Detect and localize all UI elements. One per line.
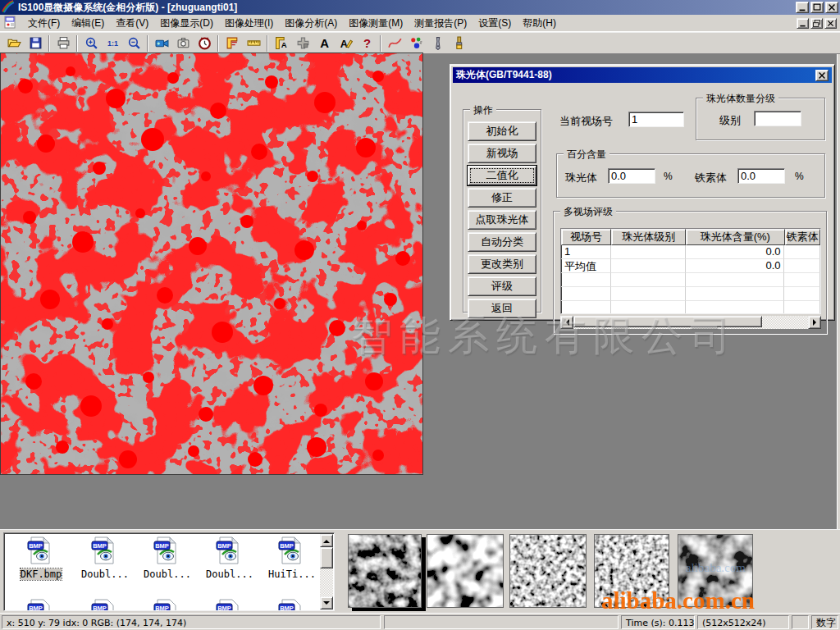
menu-file[interactable]: 文件(F) — [22, 15, 66, 32]
file-item[interactable]: BMP Doubl... — [199, 536, 260, 580]
table-row[interactable]: 平均值 0.0 — [561, 259, 820, 273]
menu-measure-report[interactable]: 测量报告(P) — [409, 15, 472, 32]
zoom-out-button[interactable] — [123, 34, 144, 53]
file-item-partial[interactable]: BMP — [11, 599, 71, 611]
scroll-down-icon[interactable] — [320, 596, 333, 609]
cell-extra — [784, 259, 820, 273]
file-item-partial[interactable]: BMP — [262, 599, 322, 611]
menu-view[interactable]: 查看(V) — [110, 15, 154, 32]
measure-label-button[interactable]: A — [271, 34, 292, 53]
ferrite-input[interactable] — [737, 168, 785, 184]
open-button[interactable] — [3, 34, 25, 53]
file-list[interactable]: BMP DKF.bmp BMP Doubl... BMP — [3, 532, 335, 611]
scroll-left-icon[interactable] — [560, 316, 573, 329]
video-capture-button[interactable] — [151, 34, 172, 53]
scroll-up-icon[interactable] — [320, 534, 333, 547]
text-edit-icon: A — [339, 36, 353, 50]
file-name[interactable]: Doubl... — [206, 568, 253, 580]
pearlite-dialog: 珠光体(GB/T9441-88) 操作 初始化 新视场 二值化 修正 点取珠光体… — [450, 64, 835, 321]
actual-size-button[interactable]: 1:1 — [102, 34, 123, 53]
text-tool-button[interactable]: A — [313, 34, 335, 53]
close-icon[interactable] — [825, 2, 838, 13]
file-item[interactable]: BMP Doubl... — [137, 536, 198, 580]
thumbnail-4[interactable] — [594, 534, 669, 608]
thumbnail-5[interactable] — [678, 534, 753, 607]
curve-tool-button[interactable] — [384, 34, 405, 53]
document-icon[interactable] — [3, 16, 17, 31]
mdi-restore-icon[interactable] — [810, 18, 823, 29]
help-button[interactable]: ? — [356, 34, 377, 53]
file-name[interactable]: Doubl... — [81, 568, 129, 580]
file-item[interactable]: BMP HuiTi... — [262, 536, 322, 580]
print-button[interactable] — [52, 34, 74, 53]
save-button[interactable] — [25, 34, 46, 53]
bmp-file-icon: BMP — [27, 536, 55, 564]
table-horizontal-scrollbar[interactable] — [560, 316, 821, 329]
caliper-measure-button[interactable] — [221, 34, 243, 53]
auto-classify-button[interactable]: 自动分类 — [468, 232, 536, 252]
thumbnail-3[interactable] — [509, 534, 587, 608]
toolbar-separator — [76, 35, 78, 52]
cell-field: 平均值 — [561, 259, 611, 273]
dialog-title-bar[interactable]: 珠光体(GB/T9441-88) — [453, 67, 832, 83]
grade-button[interactable]: 评级 — [468, 276, 536, 296]
zoom-in-button[interactable] — [80, 34, 102, 53]
current-field-input[interactable] — [628, 112, 684, 127]
file-item[interactable]: BMP DKF.bmp — [11, 536, 71, 580]
timer-button[interactable] — [194, 34, 215, 53]
time-status: Time (s): 0.113 — [621, 615, 695, 629]
dialog-close-icon[interactable] — [815, 70, 829, 81]
file-item-partial[interactable]: BMP — [199, 599, 260, 611]
file-list-scrollbar[interactable] — [320, 534, 333, 609]
count-tool-button[interactable] — [405, 34, 427, 53]
menu-image-measure[interactable]: 图像测量(M) — [343, 15, 409, 32]
scroll-track[interactable] — [573, 316, 808, 329]
pen-tool-button[interactable] — [427, 34, 448, 53]
cell-grade — [611, 259, 686, 273]
status-bar: x: 510 y: 79 idx: 0 RGB: (174, 174, 174)… — [0, 613, 840, 630]
scroll-thumb[interactable] — [320, 547, 333, 568]
merge-tool-button[interactable] — [292, 34, 313, 53]
maximize-icon[interactable] — [810, 2, 824, 13]
metallographic-image-canvas[interactable] — [0, 52, 423, 475]
grading-table[interactable]: 视场号 珠光体级别 珠光体含量(%) 铁素体 1 0.0 平均值 0.0 — [560, 228, 821, 314]
brush-tool-button[interactable] — [448, 34, 469, 53]
image-size-status: (512x512x24) — [697, 615, 789, 629]
level-input[interactable] — [754, 111, 801, 126]
thumbnail-1[interactable] — [348, 534, 422, 608]
annotate-tool-button[interactable]: A — [335, 34, 356, 53]
minimize-icon[interactable] — [796, 2, 809, 13]
menu-edit[interactable]: 编辑(E) — [66, 15, 110, 32]
file-item-partial[interactable]: BMP — [137, 599, 198, 611]
pearlite-input[interactable] — [608, 168, 655, 184]
pearlite-label: 珠光体 — [565, 171, 597, 185]
table-row[interactable]: 1 0.0 — [561, 245, 820, 259]
col-field: 视场号 — [561, 229, 611, 245]
binarize-button[interactable]: 二值化 — [468, 166, 536, 185]
scroll-right-icon[interactable] — [808, 316, 821, 329]
thumbnail-2[interactable] — [427, 534, 504, 608]
menu-settings[interactable]: 设置(S) — [472, 15, 517, 32]
snapshot-button[interactable] — [172, 34, 194, 53]
menu-image-analysis[interactable]: 图像分析(A) — [279, 15, 343, 32]
pen-icon — [431, 36, 445, 50]
init-button[interactable]: 初始化 — [468, 121, 536, 141]
correct-button[interactable]: 修正 — [468, 188, 536, 208]
menu-image-processing[interactable]: 图像处理(I) — [219, 15, 279, 32]
ruler-button[interactable] — [243, 34, 264, 53]
mdi-minimize-icon[interactable] — [797, 18, 809, 29]
pick-pearlite-button[interactable]: 点取珠光体 — [468, 210, 536, 230]
file-item[interactable]: BMP Doubl... — [75, 536, 135, 580]
menu-image-display[interactable]: 图像显示(D) — [154, 15, 219, 32]
file-name[interactable]: Doubl... — [144, 568, 191, 580]
return-button[interactable]: 返回 — [468, 299, 536, 318]
change-class-button[interactable]: 更改类别 — [468, 254, 536, 274]
mdi-close-icon[interactable] — [824, 18, 837, 29]
file-name[interactable]: HuiTi... — [268, 568, 316, 580]
menu-help[interactable]: 帮助(H) — [517, 15, 562, 32]
scroll-thumb[interactable] — [573, 316, 762, 327]
new-field-button[interactable]: 新视场 — [468, 144, 536, 163]
toolbar-separator — [217, 35, 219, 52]
file-name[interactable]: DKF.bmp — [21, 568, 62, 580]
file-item-partial[interactable]: BMP — [75, 599, 135, 611]
